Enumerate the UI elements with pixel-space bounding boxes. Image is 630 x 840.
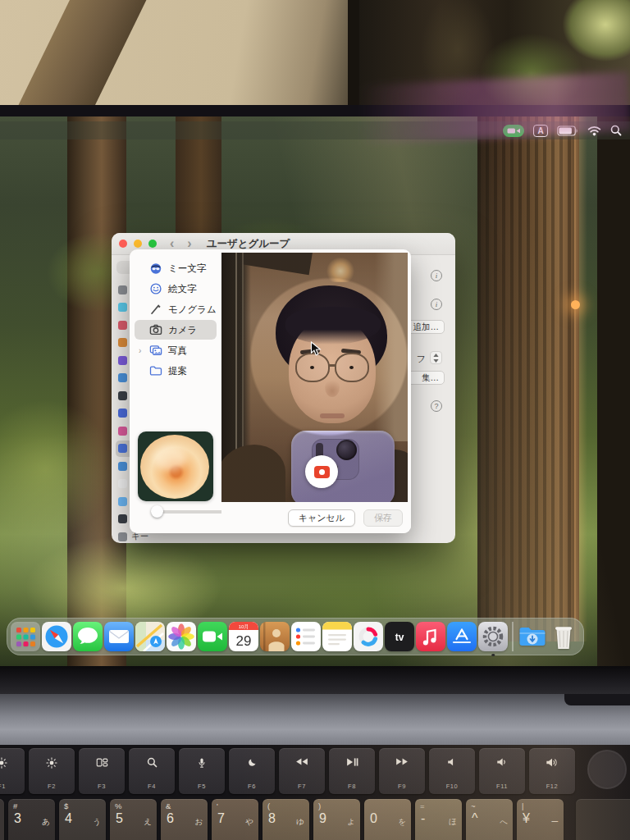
dock-item-notes[interactable] [322, 621, 353, 652]
dropdown-value[interactable]: フ [417, 353, 426, 365]
avatar-source-3[interactable]: カメラ [135, 320, 217, 340]
key-shift-label: ' [217, 801, 218, 810]
key-f11[interactable]: F11 [479, 748, 525, 794]
dock-item-downloads[interactable] [517, 621, 548, 652]
dock-item-photos[interactable] [166, 621, 197, 652]
key-label: F6 [229, 783, 275, 790]
edit-button[interactable]: 集… [407, 371, 445, 385]
avatar-source-label: 絵文字 [168, 283, 197, 295]
key-f10[interactable]: F10 [429, 748, 475, 794]
dock-item-mail[interactable] [103, 621, 135, 652]
back-button[interactable]: ‹ [170, 237, 174, 250]
key-main-label: 3 [14, 811, 21, 826]
avatar-source-5[interactable]: 提案 [135, 361, 217, 381]
monogram-icon [149, 303, 162, 316]
system-settings-window: ‹ › ユーザとグループ 外観壁紙通知サウ集中スクロップラTouユーインGami… [112, 233, 455, 543]
dropdown-stepper-icon[interactable] [430, 351, 442, 364]
key-label: F11 [479, 783, 525, 790]
dock-item-app-store[interactable] [446, 621, 477, 652]
avatar-source-label: 写真 [168, 345, 187, 357]
disclosure-chevron-icon[interactable]: › [139, 346, 141, 355]
dock-item-fitness[interactable] [353, 621, 384, 652]
info-icon[interactable]: i [431, 299, 442, 310]
photos-icon [149, 344, 162, 357]
dock-item-launchpad[interactable] [10, 621, 41, 652]
dock-divider [512, 622, 514, 651]
key-f7[interactable]: F7 [279, 748, 325, 794]
zoom-button[interactable] [148, 240, 157, 248]
key-f8[interactable]: F8 [329, 748, 375, 794]
dock-item-contacts[interactable] [259, 621, 290, 652]
key-0[interactable]: 0を [364, 799, 411, 840]
dock-item-system-settings[interactable] [477, 621, 509, 652]
key-kana-label: え [144, 817, 152, 828]
key-delete[interactable] [576, 799, 630, 840]
camera-preview [221, 253, 408, 502]
key-8[interactable]: (8ゆ [262, 799, 309, 840]
trash-icon [549, 622, 578, 651]
key-4[interactable]: $4う [59, 799, 106, 840]
key-kana-label: よ [347, 817, 355, 828]
svg-text:29: 29 [236, 633, 252, 649]
current-avatar-thumbnail[interactable] [138, 431, 213, 501]
dock-item-music[interactable] [415, 621, 446, 652]
avatar-source-4[interactable]: ›写真 [135, 340, 217, 360]
key-main-label: 5 [116, 811, 123, 826]
close-button[interactable] [119, 240, 127, 248]
key-9[interactable]: )9よ [313, 799, 360, 840]
brightness-icon [0, 757, 25, 769]
dock-item-facetime[interactable] [197, 621, 228, 652]
key-kana-label: お [194, 817, 203, 828]
avatar-source-label: 提案 [168, 365, 187, 377]
dock-item-maps[interactable] [135, 621, 166, 652]
touch-id-button[interactable] [587, 750, 627, 789]
forward-button[interactable]: › [187, 237, 191, 250]
emoji-icon [149, 282, 162, 295]
avatar-source-0[interactable]: ミー文字 [135, 258, 217, 278]
key-main-label: 7 [217, 811, 225, 826]
dock-item-apple-tv[interactable]: tv [384, 621, 415, 652]
key-f12[interactable]: F12 [529, 748, 575, 794]
key-label: F9 [379, 783, 425, 790]
key-f1[interactable]: F1 [0, 748, 25, 794]
cancel-button[interactable]: キャンセル [288, 509, 355, 527]
reminders-icon [291, 622, 321, 651]
sidebar-item-icon [118, 409, 127, 418]
take-photo-button[interactable] [305, 455, 338, 488]
hinge-notch [564, 694, 630, 705]
key-3[interactable]: #3あ [8, 799, 55, 840]
slider-knob[interactable] [151, 505, 163, 518]
music-icon [416, 622, 445, 651]
key-f6[interactable]: F6 [229, 748, 275, 794]
dock-item-reminders[interactable] [290, 621, 322, 652]
key-f3[interactable]: F3 [79, 748, 125, 794]
camera-icon [149, 323, 162, 336]
key-f5[interactable]: F5 [179, 748, 225, 794]
key-5[interactable]: %5え [110, 799, 157, 840]
key-7[interactable]: '7や [212, 799, 258, 840]
key-f4[interactable]: F4 [129, 748, 175, 794]
key-^[interactable]: ~^へ [466, 799, 513, 840]
key-6[interactable]: &6お [161, 799, 208, 840]
contacts-icon [260, 622, 290, 651]
key-main-label: ^ [472, 811, 478, 826]
fitness-icon [354, 622, 383, 651]
key-partial[interactable] [0, 799, 4, 840]
avatar-source-2[interactable]: モノグラム [135, 299, 217, 319]
dictation-icon [179, 757, 225, 769]
key-label: F4 [129, 783, 175, 790]
save-button[interactable]: 保存 [363, 509, 403, 527]
key-f2[interactable]: F2 [29, 748, 75, 794]
key--[interactable]: =-ほ [415, 799, 462, 840]
dock-item-trash[interactable] [548, 621, 579, 652]
key-f9[interactable]: F9 [379, 748, 425, 794]
dock-item-safari[interactable] [41, 621, 72, 652]
volume-up-icon [529, 757, 575, 768]
minimize-button[interactable] [134, 240, 142, 248]
help-button[interactable]: ? [431, 400, 442, 412]
info-icon[interactable]: i [431, 270, 442, 281]
avatar-source-1[interactable]: 絵文字 [135, 279, 217, 299]
dock-item-messages[interactable] [72, 621, 103, 652]
dock-item-calendar[interactable]: 10月29 [228, 621, 259, 652]
key-yen[interactable]: |¥ー [517, 799, 564, 840]
